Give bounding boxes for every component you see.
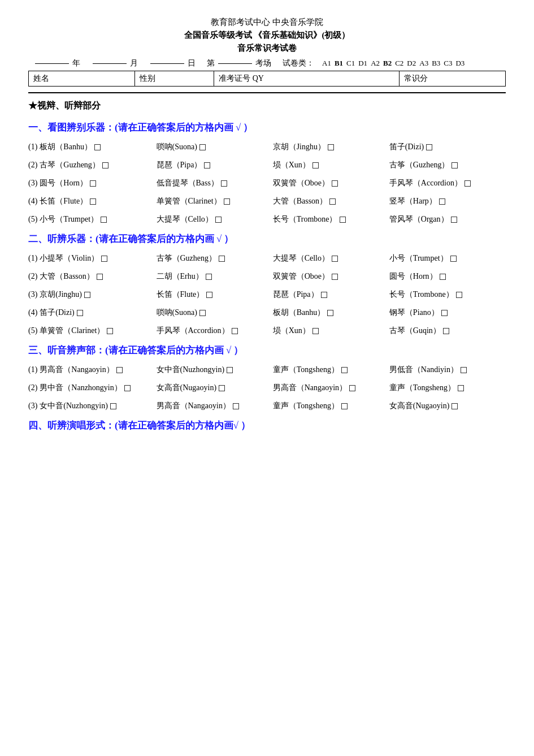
exam-venue-field: 第 考场 (207, 58, 271, 68)
answer-checkbox[interactable] (110, 403, 116, 409)
answer-checkbox[interactable] (94, 144, 101, 150)
instrument-label: 琵琶（Pipa） (157, 160, 202, 170)
instrument-label: 小号（Trumpet） (40, 214, 98, 224)
answer-checkbox[interactable] (332, 274, 338, 280)
answer-checkbox[interactable] (327, 310, 333, 316)
answer-checkbox[interactable] (458, 385, 464, 391)
day-label: 日 (188, 58, 196, 68)
question-item: 男高音（Nangaoyin） (273, 383, 389, 393)
instrument-label: 大管（Basson） (273, 196, 327, 206)
instrument-label: 男中音（Nanzhongyin） (40, 383, 121, 393)
answer-checkbox[interactable] (329, 198, 336, 205)
question-number: (2) (28, 383, 37, 392)
answer-checkbox[interactable] (116, 367, 123, 373)
question-item: 古琴（Guzheng） (40, 160, 156, 170)
answer-checkbox[interactable] (206, 292, 212, 298)
question-item: 长笛（Flute） (157, 290, 273, 300)
answer-checkbox[interactable] (341, 367, 348, 373)
day-blank (150, 63, 184, 64)
instrument-label: 单簧管（Clarinet） (157, 196, 222, 206)
question-item: 单簧管（Clarinet） (40, 326, 156, 336)
question-number: (1) (28, 365, 37, 374)
answer-checkbox[interactable] (107, 328, 113, 334)
answer-checkbox[interactable] (101, 256, 107, 262)
answer-checkbox[interactable] (233, 403, 239, 409)
answer-checkbox[interactable] (227, 367, 233, 373)
question-item: 二胡（Erhu） (157, 271, 273, 282)
answer-checkbox[interactable] (101, 217, 107, 223)
answer-checkbox[interactable] (451, 403, 458, 409)
question-number: (3) (28, 401, 37, 411)
question-number: (3) (28, 290, 37, 299)
instrument-label: 单簧管（Clarinet） (40, 326, 105, 336)
answer-checkbox[interactable] (77, 310, 83, 316)
answer-checkbox[interactable] (84, 292, 90, 298)
instrument-label: 古筝（Guzheng） (389, 160, 450, 170)
answer-checkbox[interactable] (312, 328, 319, 334)
answer-checkbox[interactable] (340, 217, 346, 223)
section1-questions: (1)板胡（Banhu）唢呐(Suona)京胡（Jinghu）笛子(Dizi)(… (28, 142, 506, 224)
instrument-label: 女中音(Nuzhongyin) (157, 365, 225, 375)
question-item: 双簧管（Oboe） (273, 271, 389, 282)
question-row: (2)大管（Basson）二胡（Erhu）双簧管（Oboe）圆号（Horn） (28, 271, 506, 282)
answer-checkbox[interactable] (312, 162, 319, 169)
page-header: 教育部考试中心 中央音乐学院 全国音乐等级考试 《音乐基础知识》(初级） 音乐常… (28, 17, 506, 54)
question-item: 大管（Basson） (273, 196, 389, 206)
exam-info: 试卷类： A1B1C1D1A2B2C2D2A3B3C3D3 (283, 58, 464, 68)
instrument-label: 唢呐(Suona) (157, 308, 197, 318)
question-item: 圆号（Horn） (389, 271, 506, 282)
answer-checkbox[interactable] (441, 310, 448, 316)
info-row: 姓名 性别 准考证号 QY 常识分 (29, 71, 506, 87)
question-row: (4)笛子(Dizi)唢呐(Suona)板胡（Banhu）钢琴（Piano） (28, 308, 506, 318)
answer-checkbox[interactable] (199, 144, 206, 150)
answer-checkbox[interactable] (440, 274, 446, 280)
answer-checkbox[interactable] (215, 217, 222, 223)
answer-checkbox[interactable] (206, 274, 212, 280)
question-number: (4) (28, 197, 37, 206)
answer-checkbox[interactable] (124, 385, 131, 391)
question-item: 长笛（Flute） (40, 196, 156, 206)
answer-checkbox[interactable] (332, 256, 338, 262)
answer-checkbox[interactable] (439, 198, 445, 205)
answer-checkbox[interactable] (456, 292, 462, 298)
answer-checkbox[interactable] (328, 144, 334, 150)
answer-checkbox[interactable] (224, 198, 230, 205)
answer-checkbox[interactable] (461, 367, 467, 373)
answer-checkbox[interactable] (90, 198, 96, 205)
answer-checkbox[interactable] (341, 403, 348, 409)
answer-checkbox[interactable] (349, 385, 355, 391)
question-item: 圆号（Horn） (40, 178, 156, 188)
answer-checkbox[interactable] (451, 217, 457, 223)
answer-checkbox[interactable] (199, 310, 206, 316)
answer-checkbox[interactable] (426, 144, 432, 150)
ticket-type-b2: B2 (383, 59, 392, 68)
exam-venue-suffix: 考场 (255, 58, 271, 68)
answer-checkbox[interactable] (97, 274, 103, 280)
question-number: (5) (28, 326, 37, 335)
answer-checkbox[interactable] (332, 180, 338, 187)
question-row: (3)女中音(Nuzhongyin)男高音（Nangaoyin）童声（Tongs… (28, 401, 506, 411)
question-item: 古筝（Guzheng） (389, 160, 506, 170)
info-table: 姓名 性别 准考证号 QY 常识分 (28, 71, 506, 87)
answer-checkbox[interactable] (451, 162, 458, 169)
year-field: 年 (34, 58, 80, 68)
answer-checkbox[interactable] (464, 180, 471, 187)
answer-checkbox[interactable] (321, 292, 327, 298)
ticket-type-d3: D3 (455, 59, 464, 68)
answer-checkbox[interactable] (232, 328, 238, 334)
answer-checkbox[interactable] (221, 180, 227, 187)
question-item: 钢琴（Piano） (389, 308, 506, 318)
answer-checkbox[interactable] (90, 180, 96, 187)
question-item: 古琴（Guqin） (389, 326, 506, 336)
answer-checkbox[interactable] (204, 162, 210, 169)
answer-checkbox[interactable] (102, 162, 108, 169)
question-item: 唢呐(Suona) (157, 142, 273, 152)
section3-questions: (1)男高音（Nangaoyin）女中音(Nuzhongyin)童声（Tongs… (28, 365, 506, 411)
answer-checkbox[interactable] (219, 385, 225, 391)
question-row: (5)小号（Trumpet）大提琴（Cello）长号（Trombone）管风琴（… (28, 214, 506, 224)
answer-checkbox[interactable] (450, 256, 457, 262)
answer-checkbox[interactable] (219, 256, 225, 262)
answer-checkbox[interactable] (443, 328, 449, 334)
date-fields: 年 月 日 第 考场 (28, 58, 271, 68)
question-number: (1) (28, 142, 37, 152)
